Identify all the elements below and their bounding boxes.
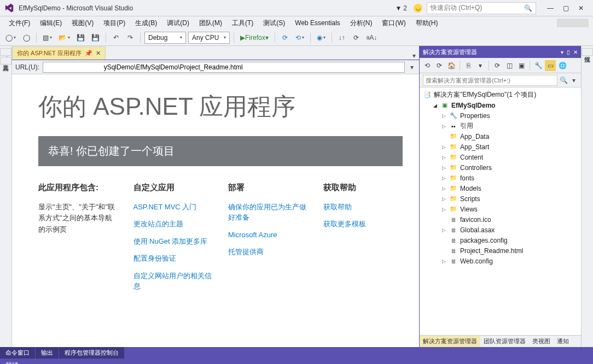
browser-refresh-button[interactable]: ⟳ — [279, 32, 291, 44]
solution-tree[interactable]: 📑 解决方案"EfMySqlDemo"(1 个项目) ◢ ▣ EfMySqlDe… — [420, 87, 581, 335]
open-file-button[interactable]: 📂 — [56, 32, 72, 44]
browser-view[interactable]: 你的 ASP.NET 应用程序 恭喜! 你已创建了一个项目 此应用程序包含: 显… — [12, 74, 419, 347]
tree-node[interactable]: ▷🔧Properties — [420, 110, 581, 121]
menu-window[interactable]: 窗口(W) — [377, 17, 410, 29]
menu-webessentials[interactable]: Web Essentials — [290, 18, 344, 28]
minimize-button[interactable]: — — [543, 2, 558, 14]
search-dd-icon[interactable]: ▾ — [570, 77, 578, 84]
refresh2-button[interactable]: ⟳ — [350, 32, 362, 44]
account-badge[interactable] — [557, 19, 589, 27]
run-button[interactable]: ▶ Firefox ▾ — [238, 32, 271, 44]
expand-icon[interactable]: ▷ — [440, 207, 447, 212]
expand-icon[interactable]: ▷ — [440, 155, 447, 160]
nav-forward-button[interactable]: ◯ — [20, 32, 32, 44]
save-all-button[interactable]: 💾 — [89, 32, 102, 44]
menu-build[interactable]: 生成(B) — [131, 17, 161, 29]
quick-launch-input[interactable]: 快速启动 (Ctrl+Q) 🔍 — [427, 2, 536, 14]
sync-icon[interactable]: ⎘ — [463, 60, 474, 71]
collapse-icon[interactable]: ◫ — [504, 60, 515, 71]
close-button[interactable]: ✕ — [573, 2, 589, 14]
search-icon[interactable]: 🔍 — [557, 77, 570, 84]
solution-root[interactable]: 📑 解决方案"EfMySqlDemo"(1 个项目) — [420, 90, 581, 100]
expand-icon[interactable]: ▷ — [440, 227, 447, 233]
tab-notifications[interactable]: 通知 — [554, 336, 572, 347]
tree-node[interactable]: ▷📁fonts — [420, 173, 581, 183]
tab-command-window[interactable]: 命令窗口 — [0, 347, 35, 359]
panel-menu-icon[interactable]: ▾ — [561, 49, 563, 55]
link[interactable]: 使用 NuGet 添加更多库 — [133, 236, 213, 247]
font-size-button[interactable]: aA↓ — [364, 32, 380, 44]
expand-icon[interactable]: ▷ — [440, 175, 447, 181]
url-dropdown-icon[interactable]: ▾ — [408, 63, 416, 71]
link[interactable]: Microsoft Azure — [228, 230, 308, 240]
panel-pin-icon[interactable]: ▯ — [567, 49, 570, 55]
tree-node[interactable]: ▷📁Scripts — [420, 193, 581, 204]
tree-node[interactable]: ▷📁Controllers — [420, 162, 581, 173]
tree-node[interactable]: 🗎Project_Readme.html — [420, 245, 581, 256]
tab-solution-explorer[interactable]: 解决方案资源管理器 — [420, 336, 480, 347]
tab-output[interactable]: 输出 — [36, 347, 59, 359]
tree-node[interactable]: ▷📁App_Start — [420, 142, 581, 152]
link[interactable]: 更改站点的主题 — [133, 219, 213, 230]
expand-icon[interactable]: ▷ — [440, 144, 447, 150]
preview-icon[interactable]: ▭ — [545, 60, 556, 71]
tree-node[interactable]: 🗎packages.config — [420, 235, 581, 245]
menu-tools[interactable]: 工具(T) — [228, 17, 258, 29]
tab-package-manager[interactable]: 程序包管理器控制台 — [59, 347, 124, 359]
browser-link-button[interactable]: ⟲ — [293, 32, 306, 44]
properties-icon[interactable]: 🔧 — [533, 60, 544, 71]
tree-node[interactable]: 🗎favicon.ico — [420, 214, 581, 225]
show-all-icon[interactable]: ▣ — [516, 60, 527, 71]
tree-node[interactable]: 📁App_Data — [420, 131, 581, 142]
globe-icon[interactable]: 🌐 — [557, 60, 568, 71]
config-combo[interactable]: Debug — [144, 32, 186, 44]
close-tab-icon[interactable]: ✕ — [96, 50, 101, 57]
project-node[interactable]: ◢ ▣ EfMySqlDemo — [420, 100, 581, 110]
link[interactable]: 配置身份验证 — [133, 253, 213, 264]
back-icon[interactable]: ⟲ — [422, 60, 433, 71]
toolbox-tab[interactable]: 工具箱 — [0, 57, 11, 64]
undo-button[interactable]: ↶ — [110, 32, 122, 44]
solution-search-input[interactable] — [423, 75, 557, 86]
tree-node[interactable]: ▷🗎Global.asax — [420, 225, 581, 235]
menu-debug[interactable]: 调试(D) — [162, 17, 194, 29]
link[interactable]: 托管提供商 — [228, 246, 308, 257]
menu-project[interactable]: 项目(P) — [99, 17, 130, 29]
new-project-button[interactable]: ▧ — [40, 32, 54, 44]
link[interactable]: 自定义网站用户的相关信息 — [133, 271, 213, 292]
menu-edit[interactable]: 编辑(E) — [36, 17, 66, 29]
properties-tab[interactable]: 属性 — [582, 48, 593, 56]
menu-test[interactable]: 测试(S) — [259, 17, 289, 29]
home-icon[interactable]: 🏠 — [446, 60, 457, 71]
nav-back-button[interactable]: ◯ — [3, 32, 18, 44]
panel-close-icon[interactable]: ✕ — [573, 49, 578, 55]
maximize-button[interactable]: ▢ — [558, 2, 573, 14]
expand-icon[interactable]: ▷ — [440, 113, 447, 119]
pending-icon[interactable]: ▾ — [475, 60, 486, 71]
tab-class-view[interactable]: 类视图 — [529, 336, 554, 347]
tab-team-explorer[interactable]: 团队资源管理器 — [480, 336, 529, 347]
expand-icon[interactable]: ▷ — [440, 165, 447, 171]
link[interactable]: 确保你的应用已为生产做好准备 — [228, 202, 308, 223]
tree-node[interactable]: ▷📁Models — [420, 183, 581, 193]
refresh-icon[interactable]: ⟳ — [492, 60, 503, 71]
link[interactable]: 获取帮助 — [323, 202, 403, 213]
fwd-icon[interactable]: ⟳ — [434, 60, 445, 71]
tree-node[interactable]: ▷📁Views — [420, 204, 581, 214]
expand-icon[interactable]: ▷ — [440, 259, 447, 264]
feedback-smiley-icon[interactable]: ◡ — [414, 4, 422, 13]
expand-icon[interactable]: ▷ — [440, 196, 447, 202]
extension-button[interactable]: ◉ — [315, 32, 328, 44]
url-input[interactable] — [43, 62, 405, 73]
menu-view[interactable]: 视图(V) — [67, 17, 98, 29]
expand-icon[interactable]: ▷ — [440, 124, 447, 129]
solution-explorer-header[interactable]: 解决方案资源管理器 ▾ ▯ ✕ — [420, 46, 581, 58]
sync-button[interactable]: ↓↑ — [336, 32, 348, 44]
menu-help[interactable]: 帮助(H) — [411, 17, 443, 29]
expand-icon[interactable]: ◢ — [432, 103, 438, 108]
redo-button[interactable]: ↷ — [124, 32, 136, 44]
link[interactable]: 获取更多模板 — [323, 219, 403, 230]
expand-icon[interactable]: ▷ — [440, 186, 447, 191]
save-button[interactable]: 💾 — [74, 32, 87, 44]
menu-analyze[interactable]: 分析(N) — [346, 17, 377, 29]
